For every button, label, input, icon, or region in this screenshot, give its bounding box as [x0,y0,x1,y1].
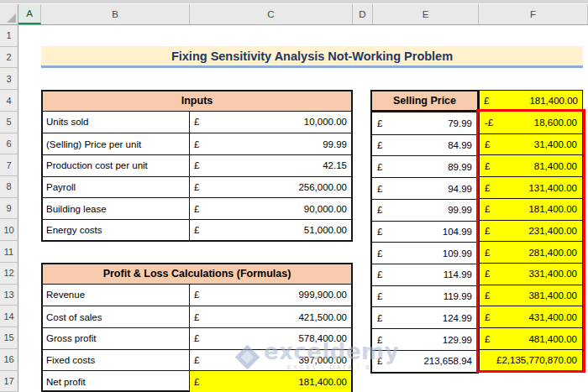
result-cell[interactable]: £231,400.00 [480,220,582,242]
currency-symbol: £ [377,118,382,128]
selling-price-cell[interactable]: £84.99 [372,134,477,156]
amount-value: 51,000.00 [304,225,347,235]
result-value: 131,400.00 [528,183,577,193]
row-header-8[interactable]: 8 [0,176,18,198]
selling-price-cell[interactable]: £213,658.94 [372,350,477,372]
row-header-11[interactable]: 11 [0,241,18,263]
cell-row-label[interactable]: Units sold [43,112,190,133]
amount-value: 10,000.00 [304,117,347,127]
row-header-15[interactable]: 15 [0,327,18,349]
row-header-16[interactable]: 16 [0,349,18,371]
profit-loss-table-body: Revenue£999,900.00Cost of sales£421,500.… [43,285,351,392]
row-header-4[interactable]: 4 [0,90,18,112]
inputs-table-body: Units sold£10,000.00(Selling) Price per … [43,112,351,241]
cell-row-label[interactable]: Fixed costs [43,350,190,371]
select-all-button[interactable] [0,4,18,24]
cell-amount[interactable]: £90,000.00 [190,198,351,219]
cell-amount[interactable]: £10,000.00 [190,112,351,133]
currency-symbol: £ [485,139,490,149]
currency-symbol: £ [485,290,490,301]
cell-amount[interactable]: £256,000.00 [190,177,351,198]
selling-price-cell[interactable]: £109.99 [372,242,477,264]
row-header-6[interactable]: 6 [0,133,18,155]
result-cell[interactable]: -£18,600.00 [480,112,582,133]
column-header-d[interactable]: D [353,4,373,24]
currency-symbol: £ [377,291,382,301]
selling-price-header-cell[interactable]: Selling Price [370,90,479,112]
selling-price-cell[interactable]: £89.99 [372,155,477,177]
selling-price-cell[interactable]: £104.99 [372,221,477,243]
result-cell[interactable]: £31,400.00 [480,133,582,155]
selling-price-cell[interactable]: £79.99 [372,112,477,134]
result-cell[interactable]: £81,400.00 [480,154,582,176]
column-header-e[interactable]: E [373,4,479,24]
result-cell[interactable]: £131,400.00 [480,176,582,198]
cell-row-label[interactable]: Production cost per unit [43,155,190,176]
cell-amount[interactable]: £999,900.00 [190,285,351,306]
sheet-title-cell[interactable]: Fixing Sensitivity Analysis Not-Working … [41,46,583,68]
cell-row-label[interactable]: Cost of sales [43,306,190,327]
currency-symbol: £ [377,269,382,280]
row-header-5[interactable]: 5 [0,112,18,133]
pl-row: Net profit£181,400.00 [43,370,351,392]
cell-row-label[interactable]: Energy costs [43,220,190,241]
cell-amount[interactable]: £51,000.00 [190,220,351,241]
column-header-f[interactable]: F [479,4,588,24]
selling-price-cell[interactable]: £119.99 [372,285,477,307]
amount-value: 90,000.00 [304,204,347,214]
row-header-10[interactable]: 10 [0,219,18,241]
result-cell[interactable]: £431,400.00 [480,306,582,327]
row-header-7[interactable]: 7 [0,154,18,176]
currency-symbol: £ [485,334,490,344]
cell-amount[interactable]: £99.99 [190,133,351,154]
row-header-13[interactable]: 13 [0,285,18,306]
row-header-1[interactable]: 1 [0,25,18,47]
profit-loss-table: Profit & Loss Calculations (Formulas) Re… [41,263,353,392]
column-header-a[interactable]: A [18,4,41,24]
result-cell[interactable]: £381,400.00 [480,285,582,306]
inputs-table-header[interactable]: Inputs [43,91,351,112]
result-cell[interactable]: £331,400.00 [480,263,582,285]
cell-row-label[interactable]: Building lease [43,198,190,219]
selling-price-cell[interactable]: £124.99 [372,306,477,328]
currency-symbol: £ [377,227,382,237]
column-header-c[interactable]: C [190,4,353,24]
row-header-3[interactable]: 3 [0,68,18,90]
profit-loss-table-header[interactable]: Profit & Loss Calculations (Formulas) [43,264,351,285]
result-cell[interactable]: £481,400.00 [480,327,582,349]
result-cell[interactable]: £181,400.00 [480,198,582,220]
cell-row-label[interactable]: Revenue [43,285,190,306]
cell-amount[interactable]: £42.15 [190,155,351,176]
row-header-9[interactable]: 9 [0,198,18,220]
cell-row-label[interactable]: Payroll [43,177,190,198]
result-cell[interactable]: £2,135,770,870.00 [480,349,582,371]
row-header-column: 1234567891011121314151617 [0,25,18,392]
cell-amount[interactable]: £397,000.00 [190,350,351,371]
cell-row-label[interactable]: Net profit [43,371,190,392]
selling-price-cell[interactable]: £114.99 [372,264,477,285]
row-header-2[interactable]: 2 [0,47,18,69]
cell-amount[interactable]: £421,500.00 [190,306,351,327]
cell-amount[interactable]: £578,400.00 [190,328,351,349]
selling-price-cell[interactable]: £129.99 [372,328,477,350]
pl-row: Revenue£999,900.00 [43,285,351,306]
cell-row-label[interactable]: (Selling) Price per unit [43,133,190,154]
currency-symbol: £ [194,139,199,149]
currency-symbol: £ [377,205,382,215]
row-header-14[interactable]: 14 [0,306,18,327]
currency-symbol: £ [194,290,199,300]
price-value: 89.99 [448,162,472,172]
data-table-output-cell[interactable]: £ 181,400.00 [479,90,583,112]
row-header-17[interactable]: 17 [0,371,18,392]
cell-row-label[interactable]: Gross profit [43,328,190,349]
selling-price-cell[interactable]: £99.99 [372,199,477,221]
result-value: 281,400.00 [528,248,577,258]
column-header-b[interactable]: B [41,4,190,24]
row-header-12[interactable]: 12 [0,263,18,285]
selling-price-cell[interactable]: £94.99 [372,177,477,199]
price-value: 79.99 [448,118,472,128]
cell-amount[interactable]: £181,400.00 [190,371,351,392]
currency-symbol: £ [377,162,382,172]
result-cell[interactable]: £281,400.00 [480,241,582,263]
currency-symbol: £ [377,335,382,345]
